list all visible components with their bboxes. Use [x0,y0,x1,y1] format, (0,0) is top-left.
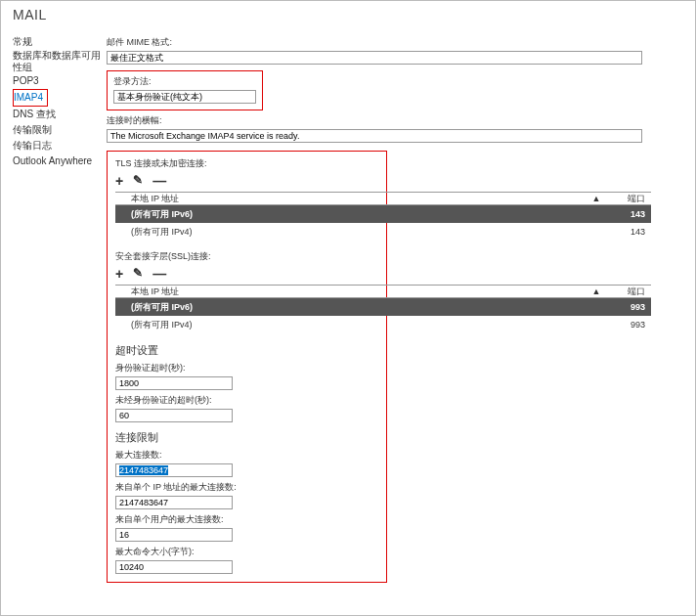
logon-label: 登录方法: [113,75,256,88]
logon-input[interactable] [113,90,256,104]
max-conn-value: 2147483647 [115,463,233,477]
ssl-col-addr[interactable]: 本地 IP 地址 [115,286,590,298]
auth-timeout-label: 身份验证超时(秒): [115,362,378,374]
tls-col-addr[interactable]: 本地 IP 地址 [115,193,590,205]
sidebar-item-general[interactable]: 常规 [13,34,107,50]
delete-icon[interactable]: — [152,266,166,282]
tls-section-label: TLS 连接或未加密连接: [115,157,378,170]
peruser-input[interactable] [115,528,233,542]
timeout-heading: 超时设置 [115,343,378,358]
logon-highlight: 登录方法: [107,70,263,110]
ssl-section-label: 安全套接字层(SSL)连接: [115,250,378,263]
unauth-timeout-label: 未经身份验证的超时(秒): [115,394,378,407]
peruser-label: 来自单个用户的最大连接数: [115,513,378,526]
banner-input[interactable] [107,129,642,143]
ssl-col-port[interactable]: 端口 [602,286,651,298]
page-title: MAIL [1,1,695,24]
ssl-toolbar: + ✎ — [115,266,378,282]
tls-col-port[interactable]: 端口 [602,193,651,205]
edit-icon[interactable]: ✎ [133,266,143,282]
main-panel: 邮件 MIME 格式: 登录方法: 连接时的横幅: TLS 连接或未加密连接: … [107,24,683,583]
sidebar-item-transport-logs[interactable]: 传输日志 [13,138,107,154]
sidebar-item-transport-limits[interactable]: 传输限制 [13,122,107,138]
settings-window: MAIL 常规 数据库和数据库可用性组 POP3 IMAP4 DNS 查找 传输… [0,0,696,616]
sidebar-item-imap4[interactable]: IMAP4 [13,89,48,107]
tls-toolbar: + ✎ — [115,173,378,189]
unauth-timeout-input[interactable] [115,409,233,422]
tls-table-header: 本地 IP 地址 ▲ 端口 [115,192,651,205]
sidebar-item-db[interactable]: 数据库和数据库可用性组 [13,50,107,73]
sidebar: 常规 数据库和数据库可用性组 POP3 IMAP4 DNS 查找 传输限制 传输… [13,24,107,583]
conn-heading: 连接限制 [115,430,378,445]
perip-label: 来自单个 IP 地址的最大连接数: [115,481,378,494]
table-row[interactable]: (所有可用 IPv6) 993 [115,298,651,316]
sort-caret-icon: ▲ [590,286,602,296]
table-row[interactable]: (所有可用 IPv4) 143 [115,223,651,241]
sidebar-item-pop3[interactable]: POP3 [13,73,107,89]
cmdsize-label: 最大命令大小(字节): [115,546,378,558]
add-icon[interactable]: + [115,266,123,282]
max-conn-label: 最大连接数: [115,449,378,462]
edit-icon[interactable]: ✎ [133,173,143,189]
connections-highlight: TLS 连接或未加密连接: + ✎ — 本地 IP 地址 ▲ 端口 (所有可用 … [107,151,387,583]
table-row[interactable]: (所有可用 IPv6) 143 [115,205,651,223]
table-row[interactable]: (所有可用 IPv4) 993 [115,316,651,333]
add-icon[interactable]: + [115,173,123,189]
mime-label: 邮件 MIME 格式: [107,36,683,49]
sidebar-item-outlook-anywhere[interactable]: Outlook Anywhere [13,154,107,169]
body: 常规 数据库和数据库可用性组 POP3 IMAP4 DNS 查找 传输限制 传输… [1,24,695,583]
ssl-table-header: 本地 IP 地址 ▲ 端口 [115,285,651,298]
delete-icon[interactable]: — [152,173,166,189]
banner-label: 连接时的横幅: [107,114,683,127]
mime-input[interactable] [107,51,642,65]
cmdsize-input[interactable] [115,560,233,574]
auth-timeout-input[interactable] [115,376,233,390]
perip-input[interactable] [115,496,233,509]
sidebar-item-dns[interactable]: DNS 查找 [13,107,107,122]
sort-caret-icon: ▲ [590,194,602,203]
